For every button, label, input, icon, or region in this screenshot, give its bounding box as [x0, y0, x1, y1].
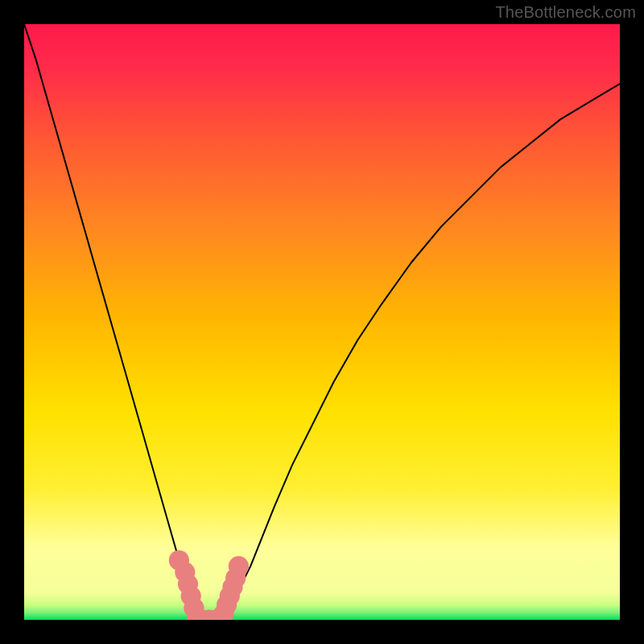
- watermark-text: TheBottleneck.com: [495, 3, 636, 22]
- chart-frame: TheBottleneck.com: [0, 0, 644, 644]
- chart-svg: [24, 24, 620, 620]
- plot-area: [24, 24, 620, 620]
- chart-background: [24, 24, 620, 620]
- marker-dot: [229, 556, 249, 576]
